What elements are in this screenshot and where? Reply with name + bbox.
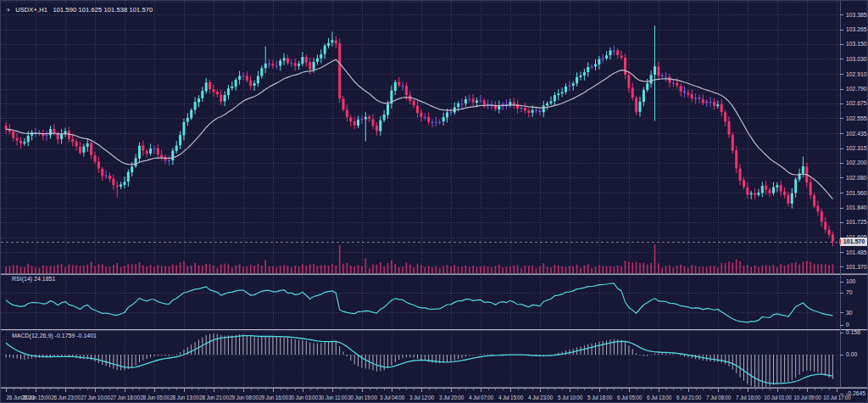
time-axis-label: 6 Jul 21:00 [676, 395, 702, 400]
price-axis-label: 101.960 [846, 190, 867, 196]
candlestick-series [5, 25, 834, 246]
pane-separators[interactable] [1, 274, 868, 389]
time-axis-label: 26 Jun 15:00 [21, 395, 51, 400]
trading-chart-window: 103.385103.265103.150103.030102.910102.7… [0, 0, 868, 403]
pane-separator[interactable] [1, 388, 868, 389]
time-axis-label: 29 Jun 08:00 [229, 395, 259, 400]
current-price-tag: 101.570 [840, 238, 868, 246]
time-axis[interactable]: 26 Jun 202326 Jun 15:0026 Jun 23:0027 Ju… [7, 389, 852, 400]
price-axis-label: 102.200 [846, 160, 867, 165]
price-axis[interactable]: 103.385103.265103.150103.030102.910102.7… [840, 1, 867, 396]
grid-lines [1, 1, 840, 387]
time-axis-label: 7 Jul 08:00 [706, 395, 732, 400]
symbol-timeframe-label: USDX+,H1 [15, 6, 47, 14]
rsi-axis-label: 30 [846, 310, 853, 316]
time-axis-label: 26 Jun 23:00 [51, 395, 81, 400]
time-axis-label: 5 Jul 10:00 [558, 395, 583, 400]
time-axis-label: 3 Jul 04:00 [380, 395, 405, 400]
rsi-axis-label: 100 [846, 278, 856, 284]
time-axis-label: 10 Jul 17:00 [823, 395, 851, 400]
macd-axis-label: 0.00 [846, 351, 857, 357]
macd-signal-line [6, 336, 832, 384]
pane-separator[interactable] [1, 274, 868, 275]
price-axis-label: 102.675 [846, 100, 867, 106]
time-axis-label: 27 Jun 18:00 [110, 395, 140, 400]
price-axis-label: 103.030 [846, 56, 867, 62]
price-axis-label: 102.315 [846, 145, 867, 151]
time-axis-label: 28 Jun 13:00 [170, 395, 199, 400]
time-axis-label: 10 Jul 09:00 [793, 395, 821, 400]
price-axis-label: 102.080 [846, 175, 867, 181]
macd-axis-label: 0.156 [846, 329, 860, 335]
macd-indicator-label: MACD(12,26,9) -0.1759 -0.1401 [12, 333, 97, 339]
price-axis-label: 103.265 [846, 26, 867, 32]
time-axis-label: 28 Jun 05:00 [140, 395, 170, 400]
rsi-axis-label: 0 [846, 322, 849, 327]
time-axis-label: 5 Jul 18:00 [587, 395, 613, 400]
price-axis-label: 102.555 [846, 115, 867, 121]
time-axis-label: 10 Jul 01:00 [764, 395, 792, 400]
time-axis-label: 27 Jun 10:00 [81, 395, 110, 400]
price-axis-label: 101.370 [846, 264, 867, 270]
time-axis-label: 30 Jun 11:00 [318, 395, 348, 400]
pane-separator[interactable] [1, 329, 868, 330]
price-axis-label: 101.485 [846, 249, 867, 255]
time-axis-label: 28 Jun 21:00 [199, 395, 229, 400]
time-axis-label: 29 Jun 16:00 [259, 395, 288, 400]
volume-series [5, 244, 833, 273]
price-axis-label: 102.435 [846, 131, 867, 137]
time-axis-label: 30 Jun 03:00 [288, 395, 318, 400]
bid-price-marker [839, 239, 841, 244]
price-axis-label: 102.790 [846, 86, 867, 92]
price-axis-label: 101.840 [846, 204, 867, 210]
time-axis-label: 4 Jul 07:00 [469, 395, 494, 400]
ohlc-values: 101.590 101.625 101.538 101.570 [53, 6, 153, 14]
price-axis-label: 102.910 [846, 71, 867, 77]
time-axis-label: 30 Jun 19:00 [348, 395, 377, 400]
time-axis-label: 6 Jul 05:00 [617, 395, 643, 400]
price-axis-label: 103.150 [846, 41, 867, 47]
time-axis-label: 4 Jul 15:00 [498, 395, 524, 400]
rsi-line [6, 283, 832, 322]
price-axis-label: 101.725 [846, 219, 867, 225]
time-axis-label: 6 Jul 13:00 [647, 395, 672, 400]
chart-title: ▼ USDX+,H1 101.590 101.625 101.538 101.5… [6, 6, 153, 14]
symbol-dropdown-icon[interactable]: ▼ [6, 8, 11, 13]
price-axis-label: 103.385 [846, 12, 867, 18]
time-axis-label: 3 Jul 12:00 [409, 395, 435, 400]
time-axis-label: 4 Jul 23:00 [528, 395, 554, 400]
moving-average-line [6, 59, 832, 199]
time-axis-label: 7 Jul 16:00 [736, 395, 761, 400]
time-axis-label: 3 Jul 20:00 [439, 395, 465, 400]
rsi-axis-label: 70 [846, 289, 853, 295]
chart-canvas[interactable]: 103.385103.265103.150103.030102.910102.7… [1, 1, 868, 403]
rsi-indicator-label: RSI(14) 24.1851 [12, 276, 55, 282]
